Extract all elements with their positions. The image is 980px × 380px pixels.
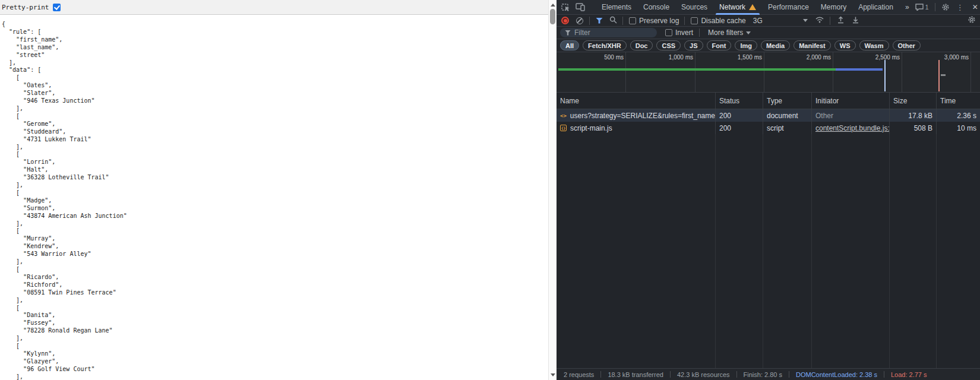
request-status: 200 <box>716 109 763 122</box>
filter-pill[interactable] <box>560 28 657 37</box>
load-time: Load: 2.77 s <box>891 371 927 378</box>
column-divider[interactable] <box>811 134 812 368</box>
tab-application[interactable]: Application <box>852 0 899 15</box>
column-divider[interactable] <box>936 134 937 368</box>
filter-input[interactable] <box>574 28 646 37</box>
column-header-size[interactable]: Size <box>890 93 937 109</box>
initiator-link[interactable]: contentScript.bundle.js:135 <box>815 124 890 132</box>
chip-fetch-xhr[interactable]: Fetch/XHR <box>583 40 627 50</box>
request-type-chips: All Fetch/XHR Doc CSS JS Font Img Media … <box>557 39 980 52</box>
gridline <box>625 52 626 92</box>
tab-console[interactable]: Console <box>637 0 675 15</box>
chip-ws[interactable]: WS <box>834 40 856 50</box>
filter-row: Invert More filters <box>557 27 980 39</box>
chip-all[interactable]: All <box>560 40 579 50</box>
gear-icon[interactable] <box>968 15 976 26</box>
issues-count[interactable]: 1 <box>925 4 929 11</box>
table-row[interactable]: {} script-main.js 200 script contentScri… <box>557 122 980 134</box>
json-response-body: { "rule": [ "first_name", "last_name", "… <box>0 15 548 380</box>
scroll-up-arrow-icon[interactable] <box>551 4 555 7</box>
dom-content-loaded-marker <box>884 60 886 91</box>
chip-other[interactable]: Other <box>893 40 921 50</box>
devtools-tabbar: Elements Console Sources Network Perform… <box>557 0 980 15</box>
pretty-print-checkbox[interactable] <box>53 4 61 11</box>
table-row[interactable]: <> users?strategy=SERIALIZE&rules=first_… <box>557 109 980 122</box>
more-filters-label[interactable]: More filters <box>708 28 743 37</box>
chip-font[interactable]: Font <box>707 40 732 50</box>
scroll-down-arrow-icon[interactable] <box>551 373 555 376</box>
tab-memory[interactable]: Memory <box>815 0 852 15</box>
preserve-log-label[interactable]: Preserve log <box>639 17 679 25</box>
close-icon[interactable]: ✕ <box>968 3 980 11</box>
waterfall-bar-script <box>941 74 946 76</box>
gridline <box>764 52 764 92</box>
device-toolbar-icon[interactable] <box>576 3 585 11</box>
chip-css[interactable]: CSS <box>656 40 681 50</box>
waterfall-bar-download <box>836 68 883 71</box>
invert-label[interactable]: Invert <box>675 28 693 37</box>
preserve-log-checkbox[interactable] <box>629 17 636 24</box>
tab-elements[interactable]: Elements <box>596 0 637 15</box>
request-name[interactable]: users?strategy=SERIALIZE&rules=first_nam… <box>570 112 716 120</box>
invert-checkbox[interactable] <box>665 29 672 36</box>
divider <box>699 28 700 37</box>
export-har-icon[interactable] <box>852 16 859 26</box>
tick-label: 2,500 ms <box>858 54 900 61</box>
column-header-status[interactable]: Status <box>716 93 763 109</box>
request-name[interactable]: script-main.js <box>570 124 612 132</box>
dom-content-loaded-time: DOMContentLoaded: 2.38 s <box>796 371 877 378</box>
request-size: 17.8 kB <box>890 109 937 122</box>
page-scrollbar[interactable] <box>548 0 557 380</box>
filter-funnel-icon[interactable] <box>596 18 603 24</box>
chip-media[interactable]: Media <box>761 40 790 50</box>
search-icon[interactable] <box>609 16 617 26</box>
network-conditions-icon[interactable] <box>815 16 824 25</box>
throttling-value: 3G <box>753 17 763 25</box>
disable-cache-checkbox[interactable] <box>691 17 698 24</box>
tab-network[interactable]: Network <box>713 0 762 15</box>
chip-manifest[interactable]: Manifest <box>794 40 831 50</box>
column-header-name[interactable]: Name <box>557 93 716 109</box>
divider <box>684 17 685 25</box>
filter-funnel-icon <box>565 30 571 36</box>
divider <box>789 371 789 378</box>
chevron-down-icon <box>803 19 808 22</box>
gear-icon[interactable] <box>939 3 952 11</box>
throttling-select[interactable]: 3G <box>753 17 808 25</box>
tick-label: 3,000 ms <box>927 54 969 61</box>
chip-wasm[interactable]: Wasm <box>859 40 889 50</box>
requests-count: 2 requests <box>564 371 594 378</box>
column-header-type[interactable]: Type <box>763 93 812 109</box>
tab-performance[interactable]: Performance <box>762 0 815 15</box>
chip-doc[interactable]: Doc <box>630 40 653 50</box>
column-divider[interactable] <box>715 134 716 368</box>
column-divider[interactable] <box>889 134 890 368</box>
record-icon[interactable] <box>561 17 569 24</box>
tab-sources[interactable]: Sources <box>675 0 713 15</box>
network-overview[interactable]: 500 ms 1,000 ms 1,500 ms 2,000 ms 2,500 … <box>557 52 980 93</box>
import-har-icon[interactable] <box>837 16 845 26</box>
network-status-bar: 2 requests 18.3 kB transferred 42.3 kB r… <box>557 368 980 380</box>
request-status: 200 <box>716 122 763 134</box>
more-tabs-button[interactable]: » <box>899 0 915 15</box>
gridline <box>970 52 971 92</box>
disable-cache-label[interactable]: Disable cache <box>701 17 745 25</box>
tick-label: 1,000 ms <box>652 54 693 61</box>
column-header-time[interactable]: Time <box>937 93 980 109</box>
request-time: 10 ms <box>937 122 980 134</box>
table-empty-area <box>557 134 980 368</box>
issues-bubble-icon[interactable] <box>915 4 924 11</box>
divider <box>589 17 590 25</box>
clear-icon[interactable] <box>576 17 583 24</box>
load-event-marker <box>938 60 940 91</box>
finish-time: Finish: 2.80 s <box>744 371 782 378</box>
column-divider[interactable] <box>763 134 763 368</box>
scrollbar-thumb[interactable] <box>550 9 555 24</box>
more-dots-icon[interactable]: ⋮ <box>952 3 968 12</box>
column-header-initiator[interactable]: Initiator <box>812 93 890 109</box>
divider <box>830 17 830 25</box>
chip-js[interactable]: JS <box>684 40 703 50</box>
tick-label: 500 ms <box>582 54 624 61</box>
inspect-icon[interactable] <box>561 3 570 12</box>
chip-img[interactable]: Img <box>735 40 757 50</box>
